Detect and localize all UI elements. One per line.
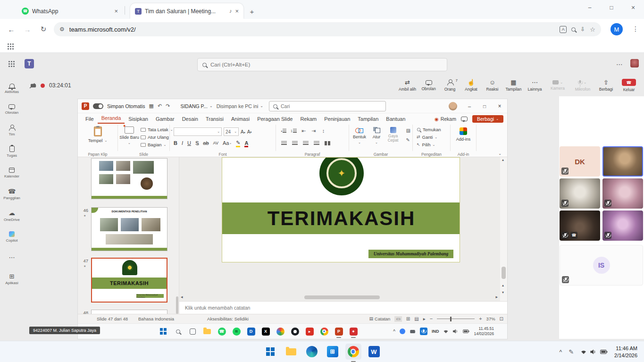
participant-tile-video-5[interactable]: [602, 210, 643, 241]
tab-peninjauan[interactable]: Peninjauan: [320, 115, 354, 124]
account-avatar[interactable]: [449, 102, 457, 110]
taskbar-clock[interactable]: 11:46 AM 2/14/2026: [614, 345, 637, 359]
media-app-icon[interactable]: ▸: [305, 327, 314, 336]
rail-item-more[interactable]: ⋯: [0, 247, 24, 269]
hscroll-left-icon[interactable]: ◂: [181, 295, 183, 299]
tab-close-icon[interactable]: ×: [114, 8, 118, 14]
bookmark-star-icon[interactable]: ☆: [590, 26, 595, 33]
align-left-button[interactable]: [280, 140, 288, 147]
bullets-button[interactable]: •: [280, 127, 288, 135]
rail-item-aktivitas[interactable]: Aktivitas: [0, 77, 24, 99]
language-status[interactable]: Bahasa Indonesia: [138, 316, 174, 321]
task-view-icon[interactable]: [188, 327, 197, 336]
store-icon[interactable]: ⊞: [325, 344, 341, 360]
control-tampilan[interactable]: ▦Tampilan: [503, 79, 524, 92]
layout-button[interactable]: Tata Letak⌄: [141, 127, 173, 132]
wifi-icon[interactable]: [443, 329, 449, 334]
reading-view-icon[interactable]: ▤: [414, 317, 418, 321]
ppt-search-input[interactable]: [281, 103, 382, 109]
file-explorer-icon[interactable]: [203, 327, 211, 336]
ppt-close-button[interactable]: ×: [492, 99, 507, 113]
slide-footer-box[interactable]: Universitas Muhammadiyah Palembang: [368, 250, 453, 258]
ppt-restore-button[interactable]: □: [477, 99, 492, 113]
zoom-out-icon[interactable]: −: [430, 316, 433, 321]
font-name-combo[interactable]: ⌄: [174, 127, 222, 136]
spotify-icon[interactable]: ≋: [232, 327, 241, 336]
tab-peragaan-slide[interactable]: Peragaan Slide: [253, 115, 296, 124]
zoom-in-icon[interactable]: +: [479, 316, 482, 321]
back-button[interactable]: ←: [5, 23, 18, 36]
font-size-combo[interactable]: 24⌄: [224, 127, 239, 136]
thumbnail-slide-47[interactable]: TERIMAKASIH Universitas Muhammadiyah Pal…: [91, 258, 167, 303]
app-grid-icon[interactable]: [262, 344, 278, 360]
zoom-level[interactable]: 37%: [486, 316, 495, 321]
bold-button[interactable]: B: [174, 140, 177, 146]
rail-item-tim[interactable]: Tim: [0, 120, 24, 141]
university-logo[interactable]: ✦: [319, 157, 364, 195]
autosave-toggle[interactable]: [93, 103, 103, 109]
accessibility-status[interactable]: Aksesibilitas: Selidiki: [207, 316, 249, 321]
github-icon[interactable]: [291, 327, 299, 336]
pen-icon[interactable]: ✎: [569, 349, 574, 355]
notes-pane[interactable]: Klik untuk menambah catatan: [179, 301, 507, 314]
tab-desain[interactable]: Desain: [178, 115, 202, 124]
chrome-icon[interactable]: [345, 344, 361, 360]
line-spacing-button[interactable]: ↕: [319, 127, 327, 135]
teams-profile-avatar[interactable]: [630, 59, 639, 67]
justify-button[interactable]: [312, 140, 320, 147]
volume-icon[interactable]: [453, 329, 459, 334]
start-button[interactable]: [159, 327, 167, 336]
tab-file[interactable]: File: [82, 115, 98, 124]
arrange-button[interactable]: Atur ⌄: [369, 127, 384, 144]
control-mikrofon[interactable]: ⌄Mikrofon: [570, 79, 595, 92]
teams-search[interactable]: [197, 58, 447, 71]
save-icon[interactable]: ▦: [149, 103, 154, 109]
x-app-icon[interactable]: X: [261, 327, 270, 336]
participant-tile-dk[interactable]: DK: [560, 146, 600, 177]
omnibox[interactable]: ⚙ A ⇩ ☆: [54, 22, 601, 36]
reload-button[interactable]: ↻: [37, 23, 50, 36]
comments-icon[interactable]: [461, 117, 468, 121]
control-lainnya[interactable]: ⋯Lainnya: [524, 79, 545, 92]
find-button[interactable]: Temukan: [417, 127, 441, 132]
rail-item-panggilan[interactable]: ☎Panggilan: [0, 184, 24, 205]
tab-gambar[interactable]: Gambar: [152, 115, 178, 124]
tab-tampilan[interactable]: Tampilan: [354, 115, 382, 124]
waffle-menu-icon[interactable]: [8, 61, 10, 62]
url-input[interactable]: [69, 26, 555, 33]
file-explorer-icon[interactable]: [283, 344, 299, 360]
control-ambil-alih[interactable]: ⇄Ambil alih: [397, 79, 418, 92]
outdent-button[interactable]: ⇤: [300, 127, 308, 135]
participant-tile-video-3[interactable]: [602, 178, 643, 209]
share-button[interactable]: Berbagi⌄: [472, 115, 503, 123]
tray-blue-icon[interactable]: [400, 328, 405, 334]
tab-rekam[interactable]: Rekam: [296, 115, 320, 124]
reset-button[interactable]: Atur Ulang: [141, 135, 173, 140]
tab-teams[interactable]: T Tim dan Saluran | Meeting... ♪ ×: [130, 3, 243, 19]
tab-animasi[interactable]: Animasi: [227, 115, 253, 124]
record-button[interactable]: ◉Rekam: [435, 116, 456, 122]
shadow-button[interactable]: S: [195, 140, 199, 146]
word-icon[interactable]: W: [366, 344, 382, 360]
zoom-slider[interactable]: [437, 319, 475, 320]
thumbnail-slide-48[interactable]: [91, 310, 167, 314]
participant-tile-video-4[interactable]: ☎: [560, 210, 600, 241]
control-kamera[interactable]: ⌄Kamera: [545, 80, 570, 91]
align-right-button[interactable]: [301, 140, 309, 147]
rail-item-onedrive[interactable]: ☁OneDrive: [0, 205, 24, 226]
whatsapp-icon[interactable]: ☎: [217, 327, 226, 336]
chrome-icon[interactable]: [320, 327, 328, 336]
indent-button[interactable]: ⇥: [309, 127, 318, 135]
thumbnail-slide-45[interactable]: [91, 158, 167, 199]
control-reaksi[interactable]: ☺Reaksi: [482, 79, 503, 92]
thumbnail-slide-46[interactable]: DOKUMENTASI PENELITIAN: [91, 207, 167, 251]
slideshow-icon[interactable]: ▸: [423, 317, 426, 321]
highlight-color-button[interactable]: ✎: [236, 140, 240, 146]
current-slide[interactable]: ✦ TERIMAKASIH Universitas Muhammadiyah P…: [222, 157, 460, 262]
rail-item-tugas[interactable]: Tugas: [0, 141, 24, 162]
thumbnail-scrollbar[interactable]: [176, 296, 178, 314]
columns-button[interactable]: [323, 140, 331, 147]
tab-transisi[interactable]: Transisi: [202, 115, 227, 124]
ppt-search-box[interactable]: [269, 101, 386, 111]
tab-audio-icon[interactable]: ♪: [229, 8, 232, 14]
